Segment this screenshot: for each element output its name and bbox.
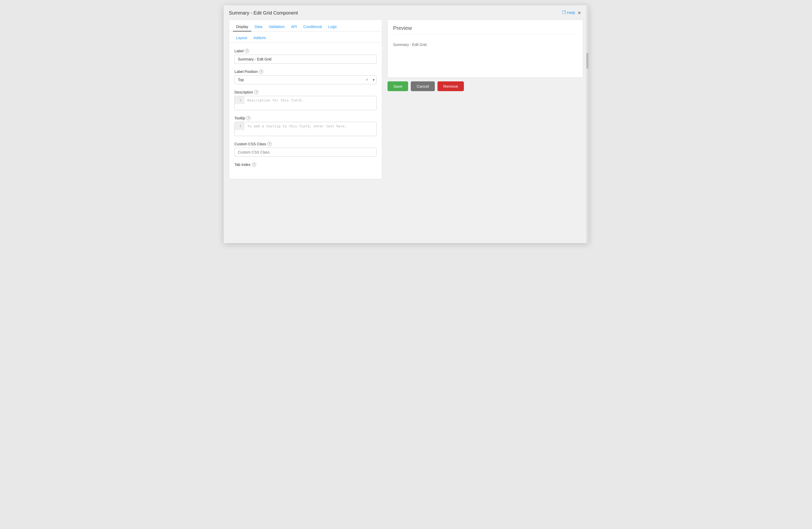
tab-data[interactable]: Data	[251, 23, 266, 31]
tab-validation[interactable]: Validation	[265, 23, 288, 31]
tab-index-help-icon[interactable]: ?	[252, 162, 256, 167]
description-label: Description ?	[234, 90, 377, 94]
tab-index-group: Tab Index ?	[234, 162, 377, 167]
tab-index-label: Tab Index ?	[234, 162, 377, 167]
scrollbar-thumb[interactable]	[586, 53, 589, 69]
label-position-help-icon[interactable]: ?	[259, 70, 263, 74]
tooltip-editor-content[interactable]: To add a tooltip to this field, enter te…	[244, 122, 376, 130]
custom-css-label: Custom CSS Class ?	[234, 142, 377, 146]
dialog: Summary - Edit Grid Component ❐ Help × D…	[223, 5, 589, 243]
scrollbar-track[interactable]	[586, 5, 589, 243]
tab-display[interactable]: Display	[233, 23, 251, 31]
remove-button[interactable]: Remove	[437, 82, 464, 91]
label-help-icon[interactable]: ?	[245, 49, 249, 53]
dialog-title: Summary - Edit Grid Component	[229, 10, 298, 16]
tooltip-label: Tooltip ?	[234, 116, 377, 120]
tab-addons[interactable]: Addons	[250, 33, 269, 43]
tooltip-help-icon[interactable]: ?	[246, 116, 250, 120]
label-position-clear[interactable]: ×	[365, 77, 369, 82]
description-editor-line: 1 Description for this field.	[235, 96, 376, 110]
custom-css-group: Custom CSS Class ?	[234, 142, 377, 157]
tab-conditional[interactable]: Conditional	[300, 23, 325, 31]
tooltip-editor: 1 To add a tooltip to this field, enter …	[234, 122, 377, 136]
action-buttons: Save Cancel Remove	[388, 82, 583, 91]
preview-title: Preview	[393, 25, 578, 34]
right-panel: Preview Summary - Edit Grid Save Cancel …	[388, 19, 583, 179]
tooltip-editor-line: 1 To add a tooltip to this field, enter …	[235, 122, 376, 136]
form-content: Label ? Label Position ? Top Left	[229, 43, 382, 179]
label-group: Label ?	[234, 49, 377, 64]
custom-css-input[interactable]	[234, 148, 377, 157]
description-group: Description ? 1 Description for this fie…	[234, 90, 377, 110]
tabs-row-2: Layout Addons	[229, 31, 382, 43]
close-button[interactable]: ×	[576, 10, 583, 16]
tab-layout[interactable]: Layout	[233, 33, 250, 43]
save-button[interactable]: Save	[388, 82, 408, 91]
preview-content: Summary - Edit Grid	[393, 40, 578, 49]
tab-logic[interactable]: Logic	[325, 23, 340, 31]
label-position-group: Label Position ? Top Left Right Bottom ×…	[234, 70, 377, 84]
description-placeholder: Description for this field.	[247, 98, 303, 102]
help-link-icon: ❐	[562, 10, 566, 15]
label-field-label: Label ?	[234, 49, 377, 53]
help-label: Help	[567, 10, 575, 15]
cancel-button[interactable]: Cancel	[411, 82, 435, 91]
tabs-row-1: Display Data Validation API Conditional …	[229, 20, 382, 31]
tooltip-line-number: 1	[235, 122, 244, 130]
description-editor: 1 Description for this field.	[234, 96, 377, 110]
dialog-body: Display Data Validation API Conditional …	[223, 19, 589, 185]
preview-box: Preview Summary - Edit Grid	[388, 19, 583, 78]
tab-api[interactable]: API	[288, 23, 300, 31]
help-link[interactable]: ❐ Help	[562, 10, 575, 15]
dialog-header: Summary - Edit Grid Component ❐ Help ×	[223, 5, 589, 19]
label-position-select[interactable]: Top Left Right Bottom	[234, 75, 377, 84]
description-line-number: 1	[235, 96, 244, 104]
tooltip-placeholder: To add a tooltip to this field, enter te…	[247, 124, 347, 128]
description-help-icon[interactable]: ?	[254, 90, 259, 94]
tooltip-group: Tooltip ? 1 To add a tooltip to this fie…	[234, 116, 377, 136]
label-position-label: Label Position ?	[234, 70, 377, 74]
label-input[interactable]	[234, 55, 377, 64]
custom-css-help-icon[interactable]: ?	[267, 142, 272, 146]
label-position-select-wrapper: Top Left Right Bottom × ▾	[234, 75, 377, 84]
left-panel: Display Data Validation API Conditional …	[229, 19, 382, 179]
description-editor-content[interactable]: Description for this field.	[244, 96, 376, 104]
